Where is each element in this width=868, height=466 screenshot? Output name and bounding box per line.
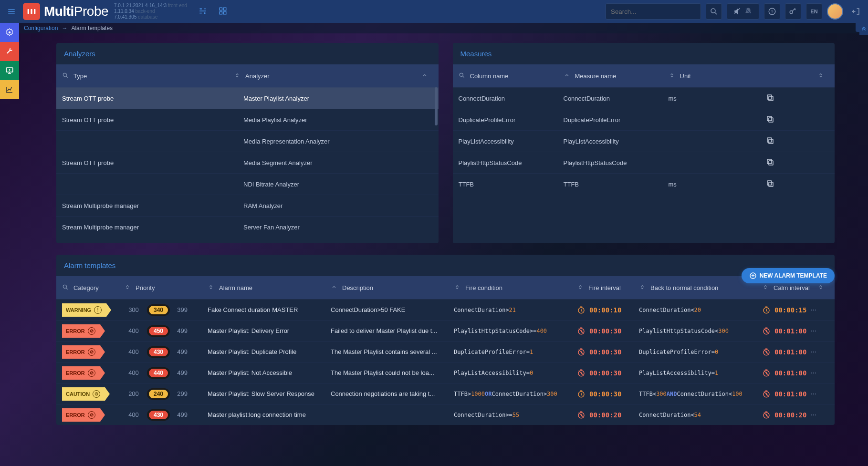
- more-icon[interactable]: ⋯: [806, 411, 820, 418]
- template-row[interactable]: CAUTION⊙ 200 240 299 Master Playlist: Sl…: [56, 383, 835, 404]
- search-icon[interactable]: [62, 284, 69, 292]
- template-row[interactable]: ERROR⊘ 400 450 499 Master Playlist: Deli…: [56, 320, 835, 341]
- sidebar-settings[interactable]: [0, 23, 19, 42]
- more-icon[interactable]: ⋯: [806, 327, 820, 334]
- priority-max: 499: [174, 369, 191, 376]
- measure-row[interactable]: TTFBTTFBms: [453, 173, 835, 195]
- copy-icon[interactable]: [764, 92, 776, 105]
- analyzer-row[interactable]: NDI Bitrate Analyzer: [56, 173, 439, 195]
- col-back-condition[interactable]: Back to normal condition: [650, 284, 774, 292]
- priority-min: 400: [124, 411, 143, 418]
- user-avatar[interactable]: [827, 3, 843, 20]
- fire-interval: 00:00:30: [577, 390, 621, 398]
- app-logo: [23, 3, 40, 20]
- sort-icon[interactable]: [229, 72, 245, 80]
- col-column-name[interactable]: Column name: [470, 72, 575, 80]
- svg-rect-27: [767, 181, 772, 185]
- col-fire-condition[interactable]: Fire condition: [465, 284, 588, 292]
- alarm-description: Connection negotiations are taking t...: [331, 390, 454, 397]
- sidebar-monitor[interactable]: [0, 61, 19, 80]
- search-input[interactable]: [606, 3, 701, 20]
- copy-icon[interactable]: [764, 113, 776, 127]
- key-button[interactable]: [785, 3, 801, 20]
- measure-column: PlaylistHttpStatusCode: [459, 159, 564, 166]
- breadcrumb-root[interactable]: Configuration: [24, 25, 58, 31]
- sidebar-tools[interactable]: [0, 42, 19, 61]
- help-button[interactable]: ?: [764, 3, 780, 20]
- mute-notifications[interactable]: [727, 3, 759, 20]
- measure-name: ConnectDuration: [564, 95, 669, 102]
- search-icon[interactable]: [62, 72, 69, 80]
- copy-icon[interactable]: [764, 135, 776, 148]
- more-icon[interactable]: ⋯: [806, 390, 820, 397]
- search-button[interactable]: [706, 3, 722, 20]
- more-icon[interactable]: ⋯: [806, 348, 820, 355]
- back-condition: PlaylistHttpStatusCode<300: [639, 328, 762, 334]
- col-alarm-name[interactable]: Alarm name: [219, 284, 342, 292]
- template-row[interactable]: ERROR⊘ 400 430 499 Master playlist:long …: [56, 404, 835, 425]
- brand-name: MultiProbe: [44, 4, 108, 19]
- col-unit[interactable]: Unit: [680, 72, 829, 80]
- layout-grid-icon[interactable]: [219, 7, 227, 17]
- analyzers-rows: Stream OTT probeMaster Playlist Analyzer…: [56, 87, 439, 235]
- col-priority[interactable]: Priority: [136, 284, 219, 292]
- sort-icon[interactable]: [203, 284, 219, 292]
- sort-icon[interactable]: [634, 284, 650, 292]
- menu-toggle[interactable]: [4, 4, 19, 19]
- sort-icon[interactable]: [449, 284, 465, 292]
- chevron-up-icon[interactable]: [326, 284, 342, 292]
- col-fire-interval[interactable]: Fire interval: [588, 284, 650, 292]
- sort-icon[interactable]: [757, 284, 774, 292]
- more-icon[interactable]: ⋯: [806, 369, 820, 376]
- analyzer-row[interactable]: Stream OTT probeMedia Segment Analyzer: [56, 152, 439, 173]
- analyzer-row[interactable]: Stream Multiprobe managerRAM Analyzer: [56, 195, 439, 216]
- copy-icon[interactable]: [764, 156, 776, 170]
- col-analyzer[interactable]: Analyzer: [245, 72, 433, 80]
- new-template-button[interactable]: NEW ALARM TEMPLATE: [742, 268, 835, 283]
- col-type[interactable]: Type: [73, 72, 245, 80]
- col-category[interactable]: Category: [73, 284, 136, 292]
- calm-interval: 00:00:20: [762, 411, 806, 419]
- sort-icon[interactable]: [572, 284, 588, 292]
- analyzer-row[interactable]: Stream OTT probeMedia Playlist Analyzer: [56, 109, 439, 130]
- svg-rect-6: [223, 8, 226, 10]
- calm-interval: 00:01:00: [762, 327, 806, 335]
- col-calm-interval[interactable]: Calm interval: [774, 284, 829, 292]
- sort-icon[interactable]: [119, 284, 136, 292]
- measure-row[interactable]: DuplicateProfileErrorDuplicateProfileErr…: [453, 109, 835, 130]
- collapse-right-icon[interactable]: [859, 23, 868, 35]
- alarm-name: Master Playlist: Delivery Error: [208, 327, 331, 334]
- tuning-icon[interactable]: [199, 7, 207, 17]
- logout-button[interactable]: [848, 3, 864, 20]
- chevron-up-icon[interactable]: [559, 72, 575, 80]
- analyzer-name: Media Representation Analyzer: [243, 138, 433, 145]
- col-measure-name[interactable]: Measure name: [575, 72, 680, 80]
- search-icon[interactable]: [459, 72, 465, 80]
- sort-icon[interactable]: [813, 72, 829, 80]
- language-button[interactable]: EN: [806, 3, 822, 20]
- more-icon[interactable]: ⋯: [806, 306, 820, 313]
- sidebar-analytics[interactable]: [0, 80, 19, 99]
- priority-max: 499: [174, 411, 191, 418]
- template-row[interactable]: ERROR⊘ 400 430 499 Master Playlist: Dupl…: [56, 341, 835, 362]
- col-description[interactable]: Description: [342, 284, 465, 292]
- fire-condition: ConnectDuration>21: [454, 307, 577, 313]
- alarm-name: Master Playlist: Slow Server Response: [208, 390, 331, 397]
- priority-pill: 240: [147, 388, 170, 400]
- copy-icon[interactable]: [764, 177, 776, 191]
- category-icon: !: [94, 306, 102, 314]
- scrollbar[interactable]: [435, 87, 438, 125]
- sort-icon[interactable]: [664, 72, 680, 80]
- templates-title: Alarm templates: [56, 255, 835, 276]
- template-row[interactable]: ERROR⊘ 400 440 499 Master Playlist: Not …: [56, 362, 835, 383]
- measure-row[interactable]: PlayListAccessibilityPlayListAccessibili…: [453, 130, 835, 152]
- analyzer-row[interactable]: Stream OTT probeMaster Playlist Analyzer: [56, 87, 439, 109]
- priority-min: 300: [124, 306, 143, 313]
- measure-row[interactable]: PlaylistHttpStatusCodePlaylistHttpStatus…: [453, 152, 835, 173]
- measure-row[interactable]: ConnectDurationConnectDurationms: [453, 87, 835, 109]
- analyzer-row[interactable]: Media Representation Analyzer: [56, 130, 439, 152]
- chevron-up-icon[interactable]: [417, 72, 433, 80]
- template-row[interactable]: WARNING! 300 340 399 Fake Connect durati…: [56, 299, 835, 320]
- analyzer-row[interactable]: Stream Multiprobe managerServer Fan Anal…: [56, 216, 439, 235]
- sort-icon[interactable]: [813, 284, 829, 292]
